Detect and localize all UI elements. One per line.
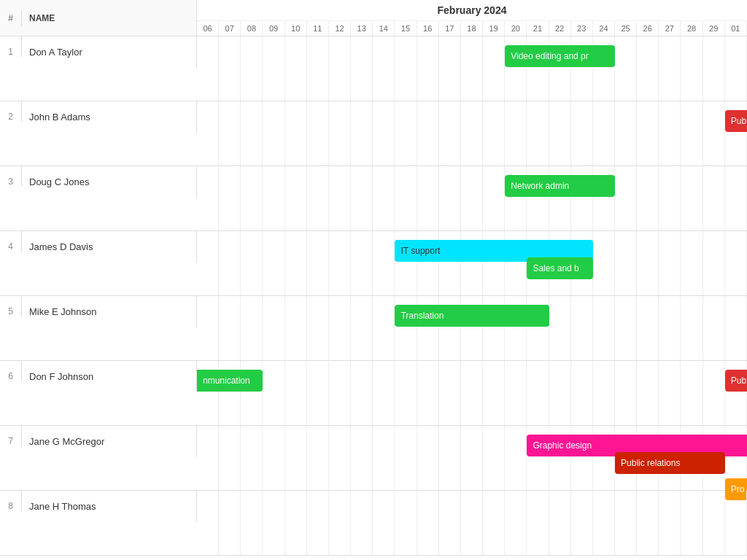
grid-cell: [351, 101, 373, 166]
date-cell: 19: [483, 21, 505, 36]
grid-cell: [703, 296, 725, 360]
grid-cell: [263, 491, 285, 555]
row-index: 6: [0, 361, 22, 381]
grid-cell: [241, 426, 263, 490]
row-person-name: Jane G McGregor: [22, 426, 197, 457]
task-bar[interactable]: Sales and b: [527, 257, 592, 279]
grid-cell: [263, 166, 285, 230]
grid-cell: [197, 426, 219, 490]
grid-cell: [285, 231, 307, 295]
row-person-name: John B Adams: [22, 101, 197, 133]
date-cell: 24: [593, 21, 615, 36]
grid-cell: [263, 426, 285, 490]
grid-cell: [615, 166, 637, 230]
grid-cell: [615, 491, 637, 555]
task-bar[interactable]: Public re: [725, 370, 747, 392]
row-index: 5: [0, 296, 22, 316]
task-bar[interactable]: Public relations: [615, 452, 725, 474]
row-index: 2: [0, 101, 22, 122]
date-cell: 28: [681, 21, 703, 36]
grid-cell: [395, 491, 417, 555]
grid-cell: [263, 296, 285, 360]
grid-cell: [549, 296, 571, 360]
grid-cell: [329, 101, 351, 166]
grid-cell: [615, 231, 637, 295]
grid-cell: [725, 166, 747, 230]
grid-cell: [197, 36, 219, 101]
row-calendar-area: IT supportSales and b: [197, 231, 747, 295]
grid-cell: [439, 426, 461, 490]
grid-cell: [307, 491, 329, 555]
grid-cell: [373, 296, 395, 360]
table-row: 2John B AdamsPub: [0, 101, 747, 166]
grid-cell: [461, 101, 483, 166]
grid-cell: [659, 491, 681, 555]
grid-cell: [483, 361, 505, 425]
grid-cell: [417, 101, 439, 166]
grid-cell: [505, 426, 527, 490]
grid-cell: [197, 231, 219, 295]
table-row: 3Doug C JonesNetwork admin: [0, 166, 747, 231]
grid-cell: [527, 101, 549, 166]
grid-cell: [307, 166, 329, 230]
task-bar[interactable]: Network admin: [505, 175, 615, 197]
grid-cell: [593, 101, 615, 166]
grid-cell: [703, 231, 725, 295]
row-person-name: Don F Johnson: [22, 361, 197, 392]
grid-cell: [461, 361, 483, 425]
grid-cell: [351, 491, 373, 555]
gantt-container: # NAME February 2024 0607080910111213141…: [0, 0, 747, 560]
grid-cell: [461, 166, 483, 230]
task-bar[interactable]: nmunication: [197, 370, 263, 392]
row-index: 1: [0, 36, 22, 57]
grid-cell: [439, 36, 461, 101]
name-header: NAME: [22, 9, 196, 28]
grid-cell: [659, 166, 681, 230]
grid-cell: [505, 101, 527, 166]
date-cell: 11: [307, 21, 329, 36]
date-cell: 20: [505, 21, 527, 36]
grid-cell: [637, 101, 659, 166]
date-cell: 18: [461, 21, 483, 36]
grid-cell: [373, 426, 395, 490]
task-bar[interactable]: Pub: [725, 110, 747, 132]
row-person-name: Doug C Jones: [22, 166, 197, 198]
index-header: #: [0, 10, 22, 26]
grid-cell: [637, 166, 659, 230]
grid-cell: [527, 491, 549, 555]
grid-cell: [615, 361, 637, 425]
grid-cell: [219, 166, 241, 230]
date-cell: 26: [637, 21, 659, 36]
grid-cell: [263, 36, 285, 101]
date-cell: 10: [285, 21, 307, 36]
grid-cell: [725, 296, 747, 360]
row-calendar-area: Pub: [197, 101, 747, 166]
grid-cell: [703, 491, 725, 555]
grid-cell: [373, 491, 395, 555]
row-calendar-area: [197, 491, 747, 555]
grid-cell: [263, 231, 285, 295]
grid-cell: [549, 361, 571, 425]
row-person-name: Don A Taylor: [22, 36, 197, 68]
grid-cell: [263, 101, 285, 166]
grid-cell: [373, 166, 395, 230]
grid-cell: [483, 426, 505, 490]
grid-cell: [351, 296, 373, 360]
grid-cell: [219, 491, 241, 555]
task-bar[interactable]: Video editing and pr: [505, 45, 615, 67]
grid-cell: [241, 231, 263, 295]
grid-cell: [571, 491, 593, 555]
row-index: 3: [0, 166, 22, 187]
grid-cell: [681, 101, 703, 166]
grid-cell: [593, 231, 615, 295]
row-calendar-area: Translation: [197, 296, 747, 360]
grid-cell: [703, 166, 725, 230]
grid-cell: [681, 361, 703, 425]
grid-cell: [351, 426, 373, 490]
grid-cell: [681, 166, 703, 230]
grid-cell: [241, 491, 263, 555]
grid-cell: [637, 231, 659, 295]
task-bar[interactable]: Translation: [395, 305, 549, 327]
grid-cell: [351, 36, 373, 101]
grid-cell: [637, 296, 659, 360]
